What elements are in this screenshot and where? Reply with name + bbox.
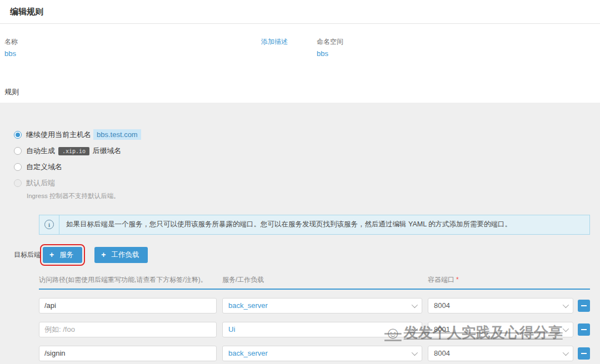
service-select[interactable]: back_server <box>222 298 422 314</box>
rules-section-title: 规则 <box>4 87 600 97</box>
table-row: back_server 8004 <box>39 298 590 314</box>
port-select-value: 8001 <box>434 325 450 333</box>
radio-label: 继续使用当前主机名 <box>26 130 91 140</box>
port-select-value: 8004 <box>434 349 450 357</box>
chevron-down-icon <box>563 349 569 355</box>
default-backend-note: Ingress 控制器不支持默认后端。 <box>27 192 590 200</box>
path-input[interactable] <box>39 322 217 337</box>
chevron-down-icon <box>563 325 569 331</box>
radio-label: 默认后端 <box>26 178 55 188</box>
info-banner: i 如果目标后端是一个服务，您只可以使用该服务所暴露的端口。您可以在服务发现页找… <box>39 215 590 235</box>
required-asterisk: * <box>456 276 459 284</box>
name-field: 名称 bbs <box>4 37 18 58</box>
add-workload-button[interactable]: + 工作负载 <box>94 247 148 263</box>
info-icon: i <box>44 220 54 229</box>
header-path: 访问路径(如需使用后端重写功能,请查看下方标签/注释)。 <box>39 275 217 285</box>
header-port: 容器端口* <box>428 275 573 285</box>
radio-disabled-icon <box>14 179 22 187</box>
current-hostname-value: bbs.test.com <box>93 129 141 140</box>
target-backend-actions: 目标后端 + 服务 + 工作负载 <box>14 247 590 263</box>
chevron-down-icon <box>563 301 569 307</box>
name-value: bbs <box>4 49 18 58</box>
minus-icon <box>581 305 587 306</box>
service-select-value: back_server <box>228 349 268 357</box>
service-select-value: Ui <box>228 325 235 333</box>
radio-option-auto-generate[interactable]: 自动生成 .xip.io 后缀域名 <box>14 146 590 156</box>
minus-icon <box>581 353 587 354</box>
radio-icon[interactable] <box>14 163 22 171</box>
remove-row-button[interactable] <box>578 300 590 312</box>
add-service-label: 服务 <box>59 250 73 260</box>
service-select[interactable]: Ui <box>222 322 422 337</box>
info-icon-cell: i <box>39 215 59 234</box>
header-service: 服务/工作负载 <box>222 275 422 285</box>
name-label: 名称 <box>4 37 18 47</box>
table-header-row: 访问路径(如需使用后端重写功能,请查看下方标签/注释)。 服务/工作负载 容器端… <box>39 275 590 290</box>
target-backend-label: 目标后端 <box>14 250 41 260</box>
radio-option-custom-domain[interactable]: 自定义域名 <box>14 162 590 172</box>
table-row: back_server 8004 <box>39 346 590 361</box>
radio-icon[interactable] <box>14 147 22 155</box>
radio-selected-icon[interactable] <box>14 131 22 139</box>
remove-row-button[interactable] <box>578 347 590 360</box>
namespace-label: 命名空间 <box>317 37 343 47</box>
add-service-button[interactable]: + 服务 <box>43 247 82 263</box>
chevron-down-icon <box>412 325 418 331</box>
radio-label: 自定义域名 <box>26 162 62 172</box>
chevron-down-icon <box>412 301 418 307</box>
radio-label: 自动生成 <box>26 146 55 156</box>
path-input[interactable] <box>39 298 217 314</box>
header-port-label: 容器端口 <box>428 276 454 284</box>
add-workload-label: 工作负载 <box>111 250 139 260</box>
xip-io-badge: .xip.io <box>58 147 89 155</box>
plus-icon: + <box>49 251 54 259</box>
plus-icon: + <box>101 251 106 259</box>
port-select[interactable]: 8004 <box>428 346 573 361</box>
info-banner-text: 如果目标后端是一个服务，您只可以使用该服务所暴露的端口。您可以在服务发现页找到该… <box>59 215 518 234</box>
table-row: Ui 8001 <box>39 322 590 337</box>
namespace-field: 命名空间 bbs <box>317 37 343 58</box>
radio-option-default-backend: 默认后端 <box>14 178 590 188</box>
rules-panel: 继续使用当前主机名 bbs.test.com 自动生成 .xip.io 后缀域名… <box>0 103 600 364</box>
backend-rules-table: 访问路径(如需使用后端重写功能,请查看下方标签/注释)。 服务/工作负载 容器端… <box>39 275 590 364</box>
add-description-link[interactable]: 添加描述 <box>261 37 288 47</box>
port-select[interactable]: 8001 <box>428 322 573 337</box>
namespace-value: bbs <box>317 49 343 58</box>
chevron-down-icon <box>412 349 418 355</box>
page-title: 编辑规则 <box>0 0 600 17</box>
port-select[interactable]: 8004 <box>428 298 573 314</box>
remove-row-button[interactable] <box>578 323 590 336</box>
radio-option-current-hostname[interactable]: 继续使用当前主机名 bbs.test.com <box>14 129 590 140</box>
suffix-domain-label: 后缀域名 <box>92 146 121 156</box>
service-select[interactable]: back_server <box>222 346 422 361</box>
metadata-row: 名称 bbs 添加描述 命名空间 bbs <box>0 24 600 64</box>
service-select-value: back_server <box>228 301 268 310</box>
minus-icon <box>581 329 587 330</box>
path-input[interactable] <box>39 346 217 361</box>
port-select-value: 8004 <box>434 301 450 310</box>
